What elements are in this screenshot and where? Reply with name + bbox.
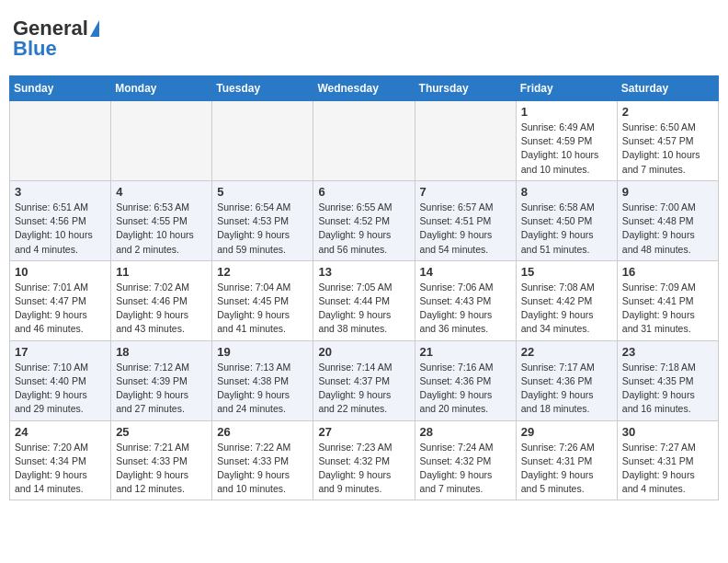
day-info: Sunrise: 7:08 AMSunset: 4:42 PMDaylight:… bbox=[521, 282, 595, 335]
day-info: Sunrise: 7:16 AMSunset: 4:36 PMDaylight:… bbox=[420, 362, 494, 415]
calendar-cell: 21 Sunrise: 7:16 AMSunset: 4:36 PMDaylig… bbox=[415, 340, 516, 420]
calendar-cell: 25 Sunrise: 7:21 AMSunset: 4:33 PMDaylig… bbox=[111, 420, 212, 500]
calendar-week-2: 3 Sunrise: 6:51 AMSunset: 4:56 PMDayligh… bbox=[10, 180, 719, 260]
weekday-header-tuesday: Tuesday bbox=[212, 76, 313, 101]
day-number: 29 bbox=[521, 425, 612, 439]
day-info: Sunrise: 7:26 AMSunset: 4:31 PMDaylight:… bbox=[521, 442, 595, 495]
calendar-cell: 12 Sunrise: 7:04 AMSunset: 4:45 PMDaylig… bbox=[212, 260, 313, 340]
logo-blue: Blue bbox=[13, 37, 57, 61]
day-number: 7 bbox=[420, 185, 511, 199]
calendar-cell: 22 Sunrise: 7:17 AMSunset: 4:36 PMDaylig… bbox=[516, 340, 617, 420]
calendar-cell: 28 Sunrise: 7:24 AMSunset: 4:32 PMDaylig… bbox=[415, 420, 516, 500]
day-info: Sunrise: 7:04 AMSunset: 4:45 PMDaylight:… bbox=[217, 282, 290, 335]
calendar-cell: 11 Sunrise: 7:02 AMSunset: 4:46 PMDaylig… bbox=[111, 260, 212, 340]
calendar-table: SundayMondayTuesdayWednesdayThursdayFrid… bbox=[9, 75, 719, 500]
day-number: 25 bbox=[116, 425, 207, 439]
day-number: 13 bbox=[318, 265, 409, 279]
day-info: Sunrise: 7:00 AMSunset: 4:48 PMDaylight:… bbox=[622, 201, 696, 255]
calendar-cell: 7 Sunrise: 6:57 AMSunset: 4:51 PMDayligh… bbox=[415, 180, 516, 260]
day-number: 18 bbox=[116, 345, 207, 359]
day-number: 11 bbox=[116, 265, 207, 279]
day-number: 20 bbox=[318, 345, 409, 359]
calendar-week-5: 24 Sunrise: 7:20 AMSunset: 4:34 PMDaylig… bbox=[10, 420, 719, 500]
day-number: 4 bbox=[116, 185, 207, 199]
day-number: 1 bbox=[521, 105, 612, 119]
weekday-header-sunday: Sunday bbox=[10, 76, 111, 101]
day-info: Sunrise: 7:18 AMSunset: 4:35 PMDaylight:… bbox=[622, 362, 696, 415]
calendar-cell: 5 Sunrise: 6:54 AMSunset: 4:53 PMDayligh… bbox=[212, 180, 313, 260]
weekday-header-monday: Monday bbox=[111, 76, 212, 101]
weekday-header-friday: Friday bbox=[516, 76, 617, 101]
day-number: 26 bbox=[217, 425, 308, 439]
day-number: 15 bbox=[521, 265, 612, 279]
day-number: 19 bbox=[217, 345, 308, 359]
day-info: Sunrise: 7:17 AMSunset: 4:36 PMDaylight:… bbox=[521, 362, 595, 415]
day-number: 27 bbox=[318, 425, 409, 439]
day-number: 9 bbox=[622, 185, 713, 199]
day-info: Sunrise: 7:02 AMSunset: 4:46 PMDaylight:… bbox=[116, 282, 189, 335]
day-info: Sunrise: 7:22 AMSunset: 4:33 PMDaylight:… bbox=[217, 442, 290, 495]
day-info: Sunrise: 7:21 AMSunset: 4:33 PMDaylight:… bbox=[116, 442, 189, 495]
day-number: 28 bbox=[420, 425, 511, 439]
calendar-week-4: 17 Sunrise: 7:10 AMSunset: 4:40 PMDaylig… bbox=[10, 340, 719, 420]
day-number: 30 bbox=[622, 425, 713, 439]
day-number: 16 bbox=[622, 265, 713, 279]
day-info: Sunrise: 7:13 AMSunset: 4:38 PMDaylight:… bbox=[217, 362, 290, 415]
calendar-cell bbox=[111, 101, 212, 181]
calendar-cell: 30 Sunrise: 7:27 AMSunset: 4:31 PMDaylig… bbox=[617, 420, 718, 500]
logo-triangle-icon bbox=[90, 20, 99, 37]
day-info: Sunrise: 7:27 AMSunset: 4:31 PMDaylight:… bbox=[622, 442, 696, 495]
calendar-header-row: SundayMondayTuesdayWednesdayThursdayFrid… bbox=[10, 76, 719, 101]
day-info: Sunrise: 6:58 AMSunset: 4:50 PMDaylight:… bbox=[521, 201, 595, 255]
day-number: 12 bbox=[217, 265, 308, 279]
calendar-cell: 16 Sunrise: 7:09 AMSunset: 4:41 PMDaylig… bbox=[617, 260, 718, 340]
day-info: Sunrise: 6:54 AMSunset: 4:53 PMDaylight:… bbox=[217, 201, 290, 255]
calendar-cell: 15 Sunrise: 7:08 AMSunset: 4:42 PMDaylig… bbox=[516, 260, 617, 340]
day-info: Sunrise: 6:57 AMSunset: 4:51 PMDaylight:… bbox=[420, 201, 494, 255]
calendar-cell: 6 Sunrise: 6:55 AMSunset: 4:52 PMDayligh… bbox=[313, 180, 415, 260]
day-info: Sunrise: 7:10 AMSunset: 4:40 PMDaylight:… bbox=[15, 362, 88, 415]
weekday-header-wednesday: Wednesday bbox=[313, 76, 415, 101]
day-number: 23 bbox=[622, 345, 713, 359]
calendar-cell bbox=[212, 101, 313, 181]
calendar-cell: 18 Sunrise: 7:12 AMSunset: 4:39 PMDaylig… bbox=[111, 340, 212, 420]
day-number: 6 bbox=[318, 185, 409, 199]
calendar-cell: 14 Sunrise: 7:06 AMSunset: 4:43 PMDaylig… bbox=[415, 260, 516, 340]
calendar-cell: 20 Sunrise: 7:14 AMSunset: 4:37 PMDaylig… bbox=[313, 340, 415, 420]
day-info: Sunrise: 7:09 AMSunset: 4:41 PMDaylight:… bbox=[622, 282, 696, 335]
day-info: Sunrise: 6:53 AMSunset: 4:55 PMDaylight:… bbox=[116, 201, 194, 255]
calendar-cell bbox=[10, 101, 111, 181]
day-number: 17 bbox=[15, 345, 106, 359]
day-info: Sunrise: 7:05 AMSunset: 4:44 PMDaylight:… bbox=[318, 282, 392, 335]
day-number: 5 bbox=[217, 185, 308, 199]
day-info: Sunrise: 7:24 AMSunset: 4:32 PMDaylight:… bbox=[420, 442, 494, 495]
day-number: 22 bbox=[521, 345, 612, 359]
day-number: 10 bbox=[15, 265, 106, 279]
calendar-cell: 9 Sunrise: 7:00 AMSunset: 4:48 PMDayligh… bbox=[617, 180, 718, 260]
calendar-cell: 8 Sunrise: 6:58 AMSunset: 4:50 PMDayligh… bbox=[516, 180, 617, 260]
weekday-header-saturday: Saturday bbox=[617, 76, 718, 101]
day-info: Sunrise: 7:12 AMSunset: 4:39 PMDaylight:… bbox=[116, 362, 189, 415]
calendar-cell: 1 Sunrise: 6:49 AMSunset: 4:59 PMDayligh… bbox=[516, 101, 617, 181]
calendar-cell: 27 Sunrise: 7:23 AMSunset: 4:32 PMDaylig… bbox=[313, 420, 415, 500]
day-info: Sunrise: 7:01 AMSunset: 4:47 PMDaylight:… bbox=[15, 282, 88, 335]
calendar-cell: 26 Sunrise: 7:22 AMSunset: 4:33 PMDaylig… bbox=[212, 420, 313, 500]
logo: General Blue bbox=[13, 17, 99, 61]
day-number: 14 bbox=[420, 265, 511, 279]
calendar-cell bbox=[313, 101, 415, 181]
calendar-week-1: 1 Sunrise: 6:49 AMSunset: 4:59 PMDayligh… bbox=[10, 101, 719, 181]
calendar-cell: 3 Sunrise: 6:51 AMSunset: 4:56 PMDayligh… bbox=[10, 180, 111, 260]
day-info: Sunrise: 7:20 AMSunset: 4:34 PMDaylight:… bbox=[15, 442, 88, 495]
day-info: Sunrise: 6:50 AMSunset: 4:57 PMDaylight:… bbox=[622, 121, 700, 175]
calendar-cell: 17 Sunrise: 7:10 AMSunset: 4:40 PMDaylig… bbox=[10, 340, 111, 420]
day-info: Sunrise: 7:14 AMSunset: 4:37 PMDaylight:… bbox=[318, 362, 392, 415]
calendar-cell: 19 Sunrise: 7:13 AMSunset: 4:38 PMDaylig… bbox=[212, 340, 313, 420]
day-number: 21 bbox=[420, 345, 511, 359]
calendar-cell: 2 Sunrise: 6:50 AMSunset: 4:57 PMDayligh… bbox=[617, 101, 718, 181]
day-number: 3 bbox=[15, 185, 106, 199]
calendar-cell: 24 Sunrise: 7:20 AMSunset: 4:34 PMDaylig… bbox=[10, 420, 111, 500]
day-info: Sunrise: 7:06 AMSunset: 4:43 PMDaylight:… bbox=[420, 282, 494, 335]
weekday-header-thursday: Thursday bbox=[415, 76, 516, 101]
day-info: Sunrise: 7:23 AMSunset: 4:32 PMDaylight:… bbox=[318, 442, 392, 495]
day-info: Sunrise: 6:49 AMSunset: 4:59 PMDaylight:… bbox=[521, 121, 599, 175]
